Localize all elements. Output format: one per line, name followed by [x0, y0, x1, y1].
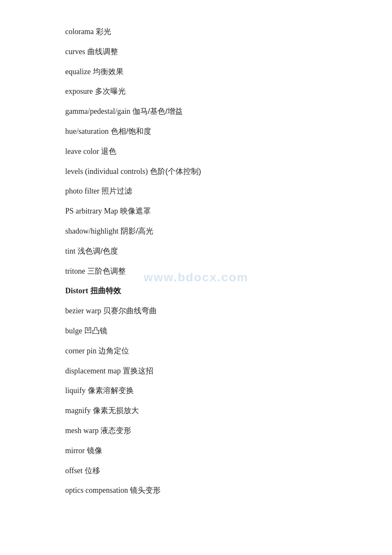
zh-term: 阴影/高光 — [118, 227, 153, 235]
zh-term: 位移 — [83, 466, 100, 475]
list-item: exposure 多次曝光 — [65, 85, 358, 98]
en-term: optics compensation — [65, 486, 128, 494]
zh-term: 照片过滤 — [99, 187, 132, 195]
en-term: magnify — [65, 406, 91, 415]
list-item: liquify 像素溶解变换 — [65, 384, 358, 397]
en-term: exposure — [65, 87, 93, 95]
zh-term: 三阶色调整 — [85, 267, 126, 275]
list-item: displacement map 置换这招 — [65, 365, 358, 377]
en-term: shadow/highlight — [65, 227, 118, 235]
zh-term: 像素无损放大 — [91, 406, 139, 415]
list-item: levels (individual controls) 色阶(个体控制) — [65, 165, 358, 178]
zh-term: 扭曲特效 — [88, 286, 121, 295]
en-term: colorama — [65, 27, 94, 36]
list-item: magnify 像素无损放大 — [65, 405, 358, 417]
en-term: gamma/pedestal/gain — [65, 107, 130, 116]
zh-term: 色阶(个体控制) — [148, 167, 201, 176]
zh-term: 映像遮罩 — [118, 207, 151, 215]
zh-term: 边角定位 — [96, 347, 129, 355]
en-term: bulge — [65, 327, 82, 335]
en-term: mesh warp — [65, 426, 98, 435]
list-item: corner pin 边角定位 — [65, 345, 358, 357]
zh-term: 均衡效果 — [91, 67, 124, 76]
en-term: bezier warp — [65, 306, 101, 315]
zh-term: 彩光 — [94, 27, 111, 36]
en-term: levels (individual controls) — [65, 167, 148, 176]
zh-term: 置换这招 — [121, 367, 153, 375]
en-term: hue/saturation — [65, 127, 109, 136]
en-term: PS arbitrary Map — [65, 207, 118, 215]
en-term: offset — [65, 466, 83, 475]
zh-term: 曲线调整 — [85, 47, 118, 56]
list-item: tint 浅色调/色度 — [65, 245, 358, 257]
list-item: hue/saturation 色相/饱和度 — [65, 125, 358, 138]
list-item: bulge 凹凸镜 — [65, 325, 358, 337]
list-item: offset 位移 — [65, 465, 358, 477]
list-item: optics compensation 镜头变形 — [65, 484, 358, 497]
en-term: tritone — [65, 267, 85, 275]
zh-term: 贝赛尔曲线弯曲 — [101, 306, 157, 315]
list-item: mesh warp 液态变形 — [65, 425, 358, 437]
zh-term: 液态变形 — [98, 426, 131, 435]
zh-term: 多次曝光 — [93, 87, 126, 95]
zh-term: 镜头变形 — [128, 486, 161, 494]
list-item: gamma/pedestal/gain 伽马/基色/增益 — [65, 105, 358, 118]
list-item: colorama 彩光 — [65, 26, 358, 38]
list-item: photo filter 照片过滤 — [65, 185, 358, 197]
en-term: liquify — [65, 386, 86, 395]
list-item: leave color 退色 — [65, 145, 358, 158]
zh-term: 伽马/基色/增益 — [130, 107, 183, 116]
zh-term: 浅色调/色度 — [75, 247, 118, 255]
en-term: tint — [65, 247, 75, 255]
en-term: photo filter — [65, 187, 99, 195]
list-item: PS arbitrary Map 映像遮罩 — [65, 205, 358, 217]
en-term: curves — [65, 47, 85, 56]
en-term: corner pin — [65, 347, 96, 355]
list-item: tritone 三阶色调整 — [65, 265, 358, 278]
en-term: equalize — [65, 67, 91, 76]
list-item: mirror 镜像 — [65, 445, 358, 457]
list-item: bezier warp 贝赛尔曲线弯曲 — [65, 305, 358, 317]
en-term: mirror — [65, 446, 85, 455]
zh-term: 像素溶解变换 — [86, 386, 134, 395]
list-item: Distort 扭曲特效 — [65, 285, 358, 297]
zh-term: 色相/饱和度 — [109, 127, 151, 136]
list-item: curves 曲线调整 — [65, 46, 358, 58]
en-term: leave color — [65, 147, 99, 156]
en-term: Distort — [65, 286, 88, 295]
zh-term: 凹凸镜 — [82, 327, 107, 335]
list-item: equalize 均衡效果 — [65, 66, 358, 78]
en-term: displacement map — [65, 367, 121, 375]
zh-term: 镜像 — [85, 446, 102, 455]
term-list: colorama 彩光curves 曲线调整equalize 均衡效果expos… — [65, 26, 358, 497]
list-item: shadow/highlight 阴影/高光 — [65, 225, 358, 237]
zh-term: 退色 — [99, 147, 116, 156]
